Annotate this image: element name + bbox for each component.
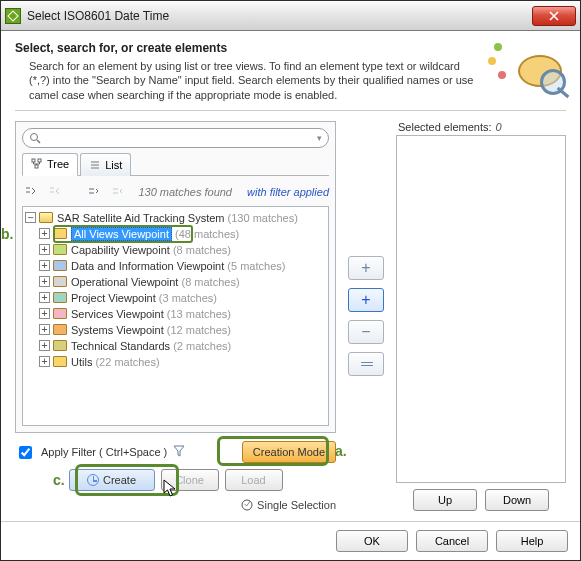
tree-icon	[31, 158, 43, 170]
filter-applied-link[interactable]: with filter applied	[247, 186, 329, 198]
expander-icon[interactable]: +	[39, 228, 50, 239]
tab-tree[interactable]: Tree	[22, 153, 78, 176]
up-button[interactable]: Up	[413, 489, 477, 511]
expander-icon[interactable]: +	[39, 276, 50, 287]
tab-tree-label: Tree	[47, 158, 69, 170]
page-description: Search for an element by using list or t…	[15, 59, 480, 102]
match-count: 130 matches found	[138, 186, 232, 198]
tree-root[interactable]: − SAR Satellite Aid Tracking System (130…	[25, 210, 326, 226]
plus-icon: +	[361, 259, 370, 277]
load-label: Load	[241, 474, 265, 486]
help-button[interactable]: Help	[496, 530, 568, 552]
close-button[interactable]	[532, 6, 576, 26]
ok-button[interactable]: OK	[336, 530, 408, 552]
svg-line-1	[37, 140, 40, 143]
expander-icon[interactable]: +	[39, 324, 50, 335]
apply-filter-label: Apply Filter ( Ctrl+Space )	[41, 446, 167, 458]
expander-icon[interactable]: +	[39, 260, 50, 271]
tab-list[interactable]: List	[80, 153, 131, 176]
folder-icon	[53, 228, 67, 239]
tree-item[interactable]: +Services Viewpoint (13 matches)	[25, 306, 326, 322]
expander-icon[interactable]: +	[39, 244, 50, 255]
tree-item[interactable]: +Data and Information Viewpoint (5 match…	[25, 258, 326, 274]
tree-item-count: (13 matches)	[167, 308, 231, 320]
annotation-b: b.	[1, 226, 13, 242]
expander-icon[interactable]: +	[39, 292, 50, 303]
collapse-all-button[interactable]	[46, 184, 64, 200]
tree-item[interactable]: +All Views Viewpoint (48 matches)	[25, 226, 326, 242]
collapse-selected-button[interactable]	[108, 184, 126, 200]
tree-item[interactable]: +Project Viewpoint (3 matches)	[25, 290, 326, 306]
window-title: Select ISO8601 Date Time	[27, 9, 526, 23]
tree-item-label: Project Viewpoint	[71, 292, 156, 304]
selected-elements-count: 0	[496, 121, 502, 133]
tree-item-label: Data and Information Viewpoint	[71, 260, 224, 272]
search-input[interactable]	[45, 131, 317, 145]
tree-item[interactable]: +Systems Viewpoint (12 matches)	[25, 322, 326, 338]
app-icon	[5, 8, 21, 24]
folder-icon	[53, 356, 67, 367]
remove-all-button[interactable]: ==	[348, 352, 384, 376]
tree-item-label: Services Viewpoint	[71, 308, 164, 320]
single-selection-label: Single Selection	[257, 499, 336, 511]
creation-mode-label: Creation Mode	[253, 446, 325, 458]
tree-view[interactable]: − SAR Satellite Aid Tracking System (130…	[22, 206, 329, 426]
create-label: Create	[103, 474, 136, 486]
creation-mode-button[interactable]: Creation Mode	[242, 441, 336, 463]
transfer-buttons: + + − ==	[346, 121, 386, 511]
expander-icon[interactable]: +	[39, 340, 50, 351]
tree-item-label: Operational Viewpoint	[71, 276, 178, 288]
expander-icon[interactable]: +	[39, 308, 50, 319]
search-field[interactable]: ▾	[22, 128, 329, 148]
folder-icon	[53, 276, 67, 287]
clone-button[interactable]: Clone	[161, 469, 219, 491]
add-primary-button[interactable]: +	[348, 288, 384, 312]
add-button[interactable]: +	[348, 256, 384, 280]
filter-icon[interactable]	[173, 445, 185, 459]
clone-label: Clone	[175, 474, 204, 486]
selected-elements-list[interactable]	[396, 135, 566, 483]
tree-item-label: Utils	[71, 356, 92, 368]
expand-all-button[interactable]	[22, 184, 40, 200]
apply-filter-checkbox[interactable]	[19, 446, 32, 459]
create-button[interactable]: Create	[69, 469, 155, 491]
load-button[interactable]: Load	[225, 469, 283, 491]
svg-rect-4	[35, 165, 38, 168]
close-icon	[549, 11, 559, 21]
tree-item-count: (12 matches)	[167, 324, 231, 336]
tree-root-label: SAR Satellite Aid Tracking System	[57, 212, 225, 224]
tree-item-count: (5 matches)	[227, 260, 285, 272]
folder-icon	[53, 340, 67, 351]
selected-elements-label: Selected elements:	[398, 121, 492, 133]
list-icon	[89, 159, 101, 171]
minus-icon: −	[361, 323, 370, 341]
plus-icon: +	[361, 291, 370, 309]
tree-item[interactable]: +Technical Standards (2 matches)	[25, 338, 326, 354]
tree-item-count: (8 matches)	[181, 276, 239, 288]
header-illustration	[488, 41, 566, 101]
tree-item-count: (2 matches)	[173, 340, 231, 352]
dropdown-icon[interactable]: ▾	[317, 133, 322, 143]
tree-item-count: (22 matches)	[95, 356, 159, 368]
annotation-c: c.	[53, 472, 65, 488]
tree-item[interactable]: +Capability Viewpoint (8 matches)	[25, 242, 326, 258]
single-selection-icon	[241, 499, 253, 511]
folder-icon	[39, 212, 53, 223]
tree-item[interactable]: +Operational Viewpoint (8 matches)	[25, 274, 326, 290]
expander-icon[interactable]: −	[25, 212, 36, 223]
folder-icon	[53, 260, 67, 271]
remove-button[interactable]: −	[348, 320, 384, 344]
titlebar: Select ISO8601 Date Time	[1, 1, 580, 31]
down-button[interactable]: Down	[485, 489, 549, 511]
expander-icon[interactable]: +	[39, 356, 50, 367]
cancel-button[interactable]: Cancel	[416, 530, 488, 552]
page-title: Select, search for, or create elements	[15, 41, 480, 55]
tree-item[interactable]: +Utils (22 matches)	[25, 354, 326, 370]
folder-icon	[53, 292, 67, 303]
browser-panel: ▾ Tree List	[15, 121, 336, 433]
expand-selected-button[interactable]	[84, 184, 102, 200]
tree-item-label: Systems Viewpoint	[71, 324, 164, 336]
folder-icon	[53, 308, 67, 319]
svg-rect-2	[32, 159, 35, 162]
svg-rect-3	[38, 159, 41, 162]
